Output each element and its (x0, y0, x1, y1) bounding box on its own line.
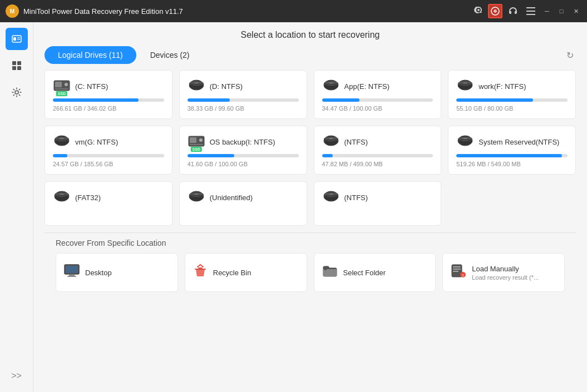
drive-card-i[interactable]: SSD OS backup(I: NTFS) 41.60 GB / 100.00… (179, 126, 307, 175)
svg-rect-5 (526, 7, 535, 8)
page-header: Select a location to start recovering (33, 22, 587, 46)
tab-devices[interactable]: Devices (2) (136, 46, 204, 64)
drive-icon-d (188, 77, 205, 95)
drive-icon-unidentified (188, 188, 205, 206)
app-title: MiniTool Power Data Recovery Free Editio… (23, 7, 466, 16)
titlebar-icons: ─ □ ✕ (470, 4, 581, 18)
drive-bar-fill-e (322, 98, 360, 102)
app-logo: M (6, 4, 19, 18)
recover-section: Recover From Specific Location (45, 239, 576, 297)
recycle-card-text: Recycle Bin (213, 269, 251, 277)
svg-rect-13 (17, 61, 21, 65)
drive-size-f: 55.10 GB / 80.00 GB (456, 105, 568, 112)
drive-bar-fill-c (53, 98, 139, 102)
drive-bar-fill-ntfs (322, 154, 333, 157)
title-bar: M MiniTool Power Data Recovery Free Edit… (0, 0, 587, 22)
drive-icon-f (456, 77, 474, 95)
drive-bar-fill-system (456, 154, 562, 157)
drive-size-d: 38.33 GB / 99.60 GB (188, 105, 299, 112)
minimize-button[interactable]: ─ (541, 6, 553, 17)
recover-grid: Desktop Recyc (56, 253, 565, 292)
drive-card-fat32[interactable]: (FAT32) (45, 181, 172, 226)
drive-size-system: 519.26 MB / 549.00 MB (456, 161, 568, 167)
section-divider (45, 232, 576, 233)
svg-point-19 (65, 83, 68, 86)
svg-rect-7 (526, 14, 535, 15)
drive-name-e: App(E: NTFS) (344, 82, 390, 91)
svg-point-4 (495, 11, 496, 12)
svg-point-16 (15, 91, 18, 94)
main-content: Select a location to start recovering Lo… (33, 22, 587, 392)
drive-size-e: 34.47 GB / 100.00 GB (322, 105, 433, 112)
sidebar-item-settings[interactable] (6, 81, 28, 103)
drive-icon-i: SSD (188, 133, 205, 151)
tab-logical-drives[interactable]: Logical Drives (11) (45, 46, 136, 64)
app-body: >> Select a location to start recovering… (0, 22, 587, 392)
recover-card-recycle[interactable]: Recycle Bin (185, 253, 307, 292)
sidebar-item-recovery[interactable] (6, 28, 28, 50)
drive-name-fat32: (FAT32) (75, 193, 101, 202)
recycle-label: Recycle Bin (213, 269, 251, 277)
recover-title: Recover From Specific Location (56, 239, 565, 247)
drive-icon-system (456, 133, 474, 151)
drive-card-g[interactable]: vm(G: NTFS) 24.57 GB / 185.56 GB (45, 126, 172, 175)
svg-rect-70 (453, 271, 458, 272)
drive-size-i: 41.60 GB / 100.00 GB (188, 161, 299, 167)
drive-bar-c (53, 98, 164, 102)
drive-size-g: 24.57 GB / 185.56 GB (53, 161, 164, 167)
recover-card-folder[interactable]: Select Folder (314, 253, 436, 292)
drive-size-c: 266.61 GB / 346.02 GB (53, 105, 164, 112)
svg-rect-44 (324, 139, 338, 141)
sidebar-expand-button[interactable]: >> (11, 371, 22, 381)
manual-icon: ! (451, 264, 466, 281)
recycle-icon (193, 264, 208, 281)
desktop-label: Desktop (85, 269, 112, 277)
folder-icon (322, 264, 338, 281)
close-button[interactable]: ✕ (570, 6, 581, 17)
maximize-button[interactable]: □ (556, 6, 567, 17)
svg-rect-63 (69, 274, 75, 276)
folder-card-text: Select Folder (343, 269, 386, 277)
drive-card-d[interactable]: (D: NTFS) 38.33 GB / 99.60 GB (179, 70, 307, 119)
disc-icon[interactable] (488, 4, 502, 18)
svg-rect-56 (189, 195, 204, 196)
key-icon[interactable] (470, 4, 485, 18)
drive-bar-e (322, 98, 433, 102)
drive-name-ntfs2: (NTFS) (344, 193, 368, 202)
svg-rect-14 (12, 66, 16, 70)
svg-rect-52 (55, 195, 69, 196)
drive-name-unidentified: (Unidentified) (210, 193, 253, 202)
drive-bar-fill-i (188, 154, 234, 157)
svg-text:M: M (10, 8, 14, 14)
svg-point-39 (199, 138, 203, 142)
recover-card-manual[interactable]: ! Load Manually Load recovery result (*.… (442, 253, 565, 292)
svg-rect-12 (12, 61, 16, 65)
svg-rect-64 (67, 276, 76, 277)
drive-card-c[interactable]: SSD (C: NTFS) 266.61 GB / 346.02 GB (45, 70, 172, 119)
svg-rect-20 (55, 88, 68, 90)
drive-card-e[interactable]: App(E: NTFS) 34.47 GB / 100.00 GB (314, 70, 442, 119)
svg-text:!: ! (462, 273, 464, 278)
drive-card-f[interactable]: work(F: NTFS) 55.10 GB / 80.00 GB (448, 70, 576, 119)
drive-bar-ntfs (322, 154, 433, 157)
svg-rect-24 (189, 83, 204, 85)
drive-bar-i (188, 154, 299, 157)
drive-name-f: work(F: NTFS) (479, 82, 526, 91)
drive-card-ntfs[interactable]: (NTFS) 47.82 MB / 499.00 MB (314, 126, 442, 175)
headphones-icon[interactable] (506, 4, 520, 18)
svg-rect-32 (458, 83, 472, 85)
sidebar-item-tools[interactable] (6, 54, 28, 77)
drive-card-system[interactable]: System Reserved(NTFS) 519.26 MB / 549.00… (448, 126, 576, 175)
menu-icon[interactable] (524, 4, 538, 18)
tabs-bar: Logical Drives (11) Devices (2) ↻ (33, 46, 587, 64)
drive-card-unidentified[interactable]: (Unidentified) (179, 181, 307, 226)
drive-bar-g (53, 154, 164, 157)
ssd-badge-i: SSD (191, 147, 202, 152)
drive-name-g: vm(G: NTFS) (75, 138, 118, 146)
drive-card-ntfs2[interactable]: (NTFS) (314, 181, 442, 226)
refresh-button[interactable]: ↻ (564, 48, 576, 63)
recover-card-desktop[interactable]: Desktop (56, 253, 178, 292)
drive-icon-fat32 (53, 188, 71, 206)
desktop-icon (64, 264, 80, 281)
drive-icon-ntfs (322, 133, 340, 151)
